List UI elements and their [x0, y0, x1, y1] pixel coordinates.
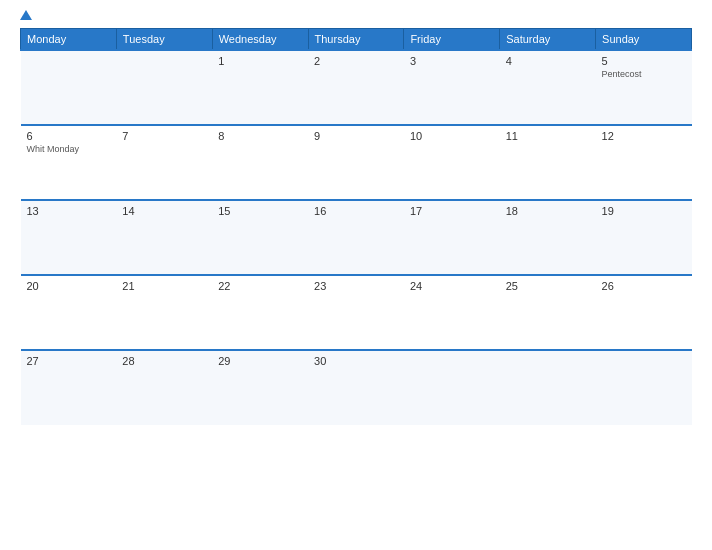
calendar-cell: 25 — [500, 275, 596, 350]
day-number: 3 — [410, 55, 494, 67]
day-number: 26 — [602, 280, 686, 292]
calendar-cell: 2 — [308, 50, 404, 125]
calendar-cell: 8 — [212, 125, 308, 200]
calendar-cell: 11 — [500, 125, 596, 200]
weekday-header-row: MondayTuesdayWednesdayThursdayFridaySatu… — [21, 29, 692, 51]
day-number: 6 — [27, 130, 111, 142]
calendar-cell: 10 — [404, 125, 500, 200]
calendar-cell: 26 — [596, 275, 692, 350]
day-number: 28 — [122, 355, 206, 367]
calendar-cell — [116, 50, 212, 125]
calendar-page: MondayTuesdayWednesdayThursdayFridaySatu… — [0, 0, 712, 550]
calendar-week-5: 27282930 — [21, 350, 692, 425]
day-number: 10 — [410, 130, 494, 142]
logo-blue-text — [20, 10, 35, 20]
calendar-cell: 17 — [404, 200, 500, 275]
day-number: 25 — [506, 280, 590, 292]
calendar-cell: 15 — [212, 200, 308, 275]
day-number: 1 — [218, 55, 302, 67]
calendar-cell: 5Pentecost — [596, 50, 692, 125]
day-number: 13 — [27, 205, 111, 217]
calendar-cell: 12 — [596, 125, 692, 200]
calendar-cell: 3 — [404, 50, 500, 125]
logo — [20, 10, 35, 20]
day-number: 12 — [602, 130, 686, 142]
calendar-cell: 16 — [308, 200, 404, 275]
calendar-cell: 1 — [212, 50, 308, 125]
day-number: 4 — [506, 55, 590, 67]
calendar-cell: 7 — [116, 125, 212, 200]
day-number: 22 — [218, 280, 302, 292]
day-number: 2 — [314, 55, 398, 67]
calendar-cell: 20 — [21, 275, 117, 350]
day-number: 20 — [27, 280, 111, 292]
calendar-cell: 23 — [308, 275, 404, 350]
calendar-cell — [404, 350, 500, 425]
weekday-wednesday: Wednesday — [212, 29, 308, 51]
day-number: 7 — [122, 130, 206, 142]
calendar-week-1: 12345Pentecost — [21, 50, 692, 125]
calendar-cell — [596, 350, 692, 425]
day-number: 18 — [506, 205, 590, 217]
holiday-label: Pentecost — [602, 69, 686, 79]
logo-triangle-icon — [20, 10, 32, 20]
calendar-cell: 14 — [116, 200, 212, 275]
day-number: 16 — [314, 205, 398, 217]
calendar-cell: 6Whit Monday — [21, 125, 117, 200]
calendar-week-2: 6Whit Monday789101112 — [21, 125, 692, 200]
calendar-cell — [500, 350, 596, 425]
calendar-cell: 4 — [500, 50, 596, 125]
calendar-cell: 18 — [500, 200, 596, 275]
header — [20, 10, 692, 20]
day-number: 9 — [314, 130, 398, 142]
calendar-cell: 27 — [21, 350, 117, 425]
calendar-cell: 24 — [404, 275, 500, 350]
weekday-friday: Friday — [404, 29, 500, 51]
calendar-cell: 21 — [116, 275, 212, 350]
day-number: 19 — [602, 205, 686, 217]
calendar-week-3: 13141516171819 — [21, 200, 692, 275]
day-number: 27 — [27, 355, 111, 367]
day-number: 5 — [602, 55, 686, 67]
weekday-thursday: Thursday — [308, 29, 404, 51]
calendar-cell: 30 — [308, 350, 404, 425]
calendar-cell: 9 — [308, 125, 404, 200]
calendar-week-4: 20212223242526 — [21, 275, 692, 350]
day-number: 11 — [506, 130, 590, 142]
day-number: 21 — [122, 280, 206, 292]
day-number: 29 — [218, 355, 302, 367]
day-number: 14 — [122, 205, 206, 217]
weekday-tuesday: Tuesday — [116, 29, 212, 51]
day-number: 23 — [314, 280, 398, 292]
calendar-cell: 22 — [212, 275, 308, 350]
day-number: 30 — [314, 355, 398, 367]
calendar-cell: 29 — [212, 350, 308, 425]
holiday-label: Whit Monday — [27, 144, 111, 154]
day-number: 24 — [410, 280, 494, 292]
calendar-table: MondayTuesdayWednesdayThursdayFridaySatu… — [20, 28, 692, 425]
calendar-cell — [21, 50, 117, 125]
weekday-monday: Monday — [21, 29, 117, 51]
weekday-saturday: Saturday — [500, 29, 596, 51]
calendar-cell: 28 — [116, 350, 212, 425]
day-number: 17 — [410, 205, 494, 217]
day-number: 8 — [218, 130, 302, 142]
calendar-cell: 19 — [596, 200, 692, 275]
day-number: 15 — [218, 205, 302, 217]
weekday-sunday: Sunday — [596, 29, 692, 51]
calendar-cell: 13 — [21, 200, 117, 275]
